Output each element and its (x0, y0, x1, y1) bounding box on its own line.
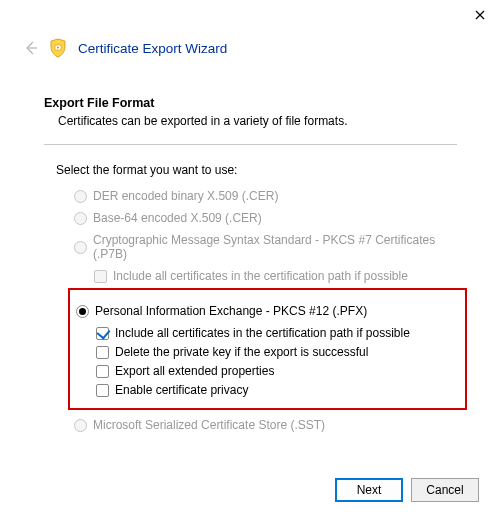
checkbox-pfx-include-chain[interactable]: Include all certificates in the certific… (96, 326, 459, 340)
highlight-annotation: Personal Information Exchange - PKCS #12… (68, 288, 467, 410)
section-title: Export File Format (44, 96, 457, 110)
separator (44, 144, 457, 145)
radio-icon (74, 419, 87, 432)
radio-label: Microsoft Serialized Certificate Store (… (93, 418, 325, 432)
radio-label: DER encoded binary X.509 (.CER) (93, 189, 278, 203)
radio-option-pkcs7: Cryptographic Message Syntax Standard - … (74, 233, 457, 261)
button-label: Next (357, 483, 382, 497)
radio-label: Personal Information Exchange - PKCS #12… (95, 304, 367, 318)
radio-label: Base-64 encoded X.509 (.CER) (93, 211, 262, 225)
checkbox-pfx-export-ext[interactable]: Export all extended properties (96, 364, 459, 378)
checkbox-pfx-cert-privacy[interactable]: Enable certificate privacy (96, 383, 459, 397)
section-subtitle: Certificates can be exported in a variet… (58, 114, 457, 128)
checkbox-label: Export all extended properties (115, 364, 274, 378)
radio-option-base64: Base-64 encoded X.509 (.CER) (74, 211, 457, 225)
next-button[interactable]: Next (335, 478, 403, 502)
checkbox-icon (96, 365, 109, 378)
checkbox-pkcs7-include-chain: Include all certificates in the certific… (94, 269, 457, 283)
back-button[interactable] (22, 39, 40, 57)
close-icon (475, 10, 485, 20)
close-button[interactable] (471, 6, 489, 24)
radio-option-der: DER encoded binary X.509 (.CER) (74, 189, 457, 203)
checkbox-label: Include all certificates in the certific… (113, 269, 408, 283)
radio-option-sst: Microsoft Serialized Certificate Store (… (74, 418, 457, 432)
certificate-shield-icon (48, 38, 68, 58)
radio-icon (74, 190, 87, 203)
checkbox-label: Include all certificates in the certific… (115, 326, 410, 340)
radio-icon (76, 305, 89, 318)
radio-option-pfx[interactable]: Personal Information Exchange - PKCS #12… (76, 304, 459, 318)
checkbox-icon (94, 270, 107, 283)
button-label: Cancel (426, 483, 463, 497)
checkbox-label: Enable certificate privacy (115, 383, 248, 397)
svg-point-1 (57, 47, 59, 49)
checkbox-icon (96, 346, 109, 359)
radio-icon (74, 241, 87, 254)
cancel-button[interactable]: Cancel (411, 478, 479, 502)
wizard-title: Certificate Export Wizard (78, 41, 227, 56)
checkbox-label: Delete the private key if the export is … (115, 345, 368, 359)
checkbox-pfx-delete-key[interactable]: Delete the private key if the export is … (96, 345, 459, 359)
checkbox-icon (96, 384, 109, 397)
checkbox-icon (96, 327, 109, 340)
format-select-label: Select the format you want to use: (56, 163, 457, 177)
back-arrow-icon (23, 40, 39, 56)
radio-icon (74, 212, 87, 225)
radio-label: Cryptographic Message Syntax Standard - … (93, 233, 457, 261)
